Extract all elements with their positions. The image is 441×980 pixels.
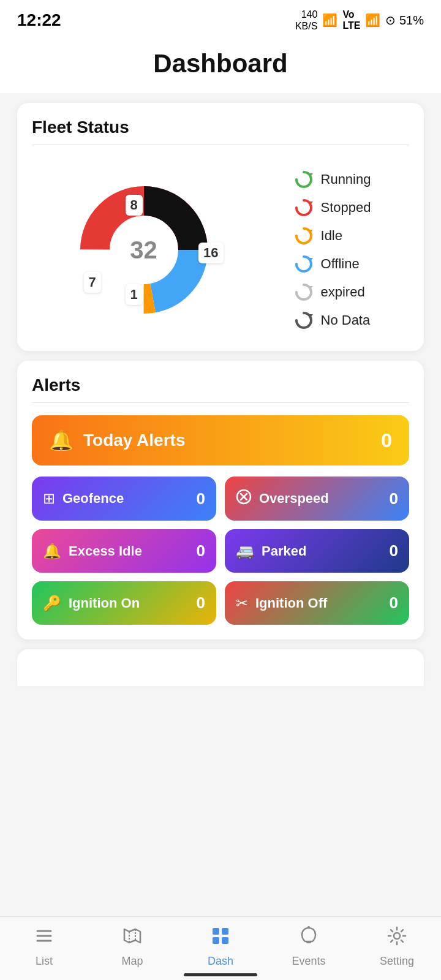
parked-label: Parked: [262, 543, 306, 559]
alert-grid: ⊞ Geofence 0 Overspeed 0: [32, 477, 409, 625]
svg-rect-18: [222, 928, 228, 935]
today-alert-label: Today Alerts: [83, 431, 185, 450]
nav-map[interactable]: Map: [108, 925, 157, 968]
main-content: Fleet Status: [0, 103, 441, 766]
parked-button[interactable]: 🚐 Parked 0: [225, 529, 409, 573]
legend-offline: Offline: [294, 254, 371, 274]
nav-list[interactable]: List: [20, 925, 69, 968]
expired-icon: [294, 282, 314, 302]
nav-setting[interactable]: Setting: [372, 925, 421, 968]
offline-icon: [294, 254, 314, 274]
legend-stopped-label: Stopped: [321, 200, 371, 216]
ignition-off-label: Ignition Off: [255, 595, 327, 611]
donut-chart: 32 8 16 7 1: [70, 176, 217, 323]
donut-total: 32: [110, 216, 178, 284]
map-icon: [122, 925, 143, 951]
today-alert-left: 🔔 Today Alerts: [49, 429, 185, 452]
home-indicator: [184, 973, 257, 976]
fleet-content: 32 8 16 7 1 Running: [32, 157, 409, 336]
stopped-icon: [294, 198, 314, 217]
legend-expired: expired: [294, 282, 371, 302]
nav-setting-label: Setting: [380, 955, 414, 968]
ignition-on-button[interactable]: 🔑 Ignition On 0: [32, 581, 216, 625]
wifi-icon: 📶: [322, 13, 337, 28]
excess-idle-left: 🔔 Excess Idle: [43, 543, 142, 560]
nav-events[interactable]: Events: [284, 925, 333, 968]
svg-rect-19: [213, 937, 219, 944]
excess-idle-button[interactable]: 🔔 Excess Idle 0: [32, 529, 216, 573]
overspeed-label: Overspeed: [259, 491, 329, 507]
ignition-off-left: ✂ Ignition Off: [236, 595, 327, 612]
idle-icon: [294, 226, 314, 246]
nav-list-label: List: [36, 955, 53, 968]
legend-nodata: No Data: [294, 311, 371, 330]
legend-offline-label: Offline: [321, 256, 360, 272]
legend-expired-label: expired: [321, 284, 365, 300]
seg-label-8: 8: [126, 195, 143, 216]
svg-rect-21: [306, 941, 311, 943]
nav-dash-label: Dash: [208, 955, 233, 968]
geofence-count: 0: [197, 489, 205, 508]
parked-count: 0: [390, 541, 398, 560]
ignition-off-count: 0: [390, 594, 398, 612]
ignition-off-button[interactable]: ✂ Ignition Off 0: [225, 581, 409, 625]
bottom-nav: List Map Dash: [0, 916, 441, 980]
fleet-legend: Running Stopped: [294, 170, 371, 330]
legend-running: Running: [294, 170, 371, 189]
parked-icon: 🚐: [236, 543, 254, 560]
ignition-off-icon: ✂: [236, 595, 248, 612]
overspeed-button[interactable]: Overspeed 0: [225, 477, 409, 521]
ignition-on-icon: 🔑: [43, 595, 61, 612]
svg-point-22: [307, 926, 310, 929]
legend-idle-label: Idle: [321, 228, 342, 244]
overspeed-count: 0: [390, 489, 398, 508]
nav-map-label: Map: [121, 955, 143, 968]
svg-rect-20: [222, 937, 228, 944]
setting-icon: [386, 925, 407, 951]
geofence-button[interactable]: ⊞ Geofence 0: [32, 477, 216, 521]
geofence-label: Geofence: [62, 491, 124, 507]
status-icons: 140KB/S 📶 VoLTE 📶 ⊙ 51%: [295, 9, 424, 32]
excess-idle-icon: 🔔: [43, 543, 61, 560]
page-title: Dashboard: [0, 49, 441, 78]
nav-dash[interactable]: Dash: [196, 925, 245, 968]
running-icon: [294, 170, 314, 189]
list-icon: [34, 925, 55, 951]
geofence-left: ⊞ Geofence: [43, 490, 124, 507]
seg-label-16: 16: [198, 243, 223, 263]
ignition-on-count: 0: [197, 594, 205, 612]
svg-rect-17: [213, 928, 219, 935]
overspeed-left: Overspeed: [236, 489, 329, 508]
alerts-title: Alerts: [32, 375, 409, 395]
today-alert-count: 0: [381, 429, 392, 452]
events-icon: [298, 925, 319, 951]
nav-events-label: Events: [292, 955, 325, 968]
today-alerts-button[interactable]: 🔔 Today Alerts 0: [32, 415, 409, 466]
ignition-on-label: Ignition On: [69, 595, 140, 611]
today-alert-icon: 🔔: [49, 429, 74, 452]
nodata-icon: [294, 311, 314, 330]
partial-card: [17, 649, 424, 686]
ignition-on-left: 🔑 Ignition On: [43, 595, 140, 612]
excess-idle-label: Excess Idle: [69, 543, 142, 559]
battery-icon: ⊙ 51%: [385, 13, 424, 28]
header: Dashboard: [0, 37, 441, 93]
lte-icon: VoLTE: [342, 9, 360, 31]
legend-idle: Idle: [294, 226, 371, 246]
status-time: 12:22: [17, 10, 61, 30]
fleet-status-title: Fleet Status: [32, 118, 409, 137]
legend-stopped: Stopped: [294, 198, 371, 217]
signal-icon: 📶: [365, 13, 380, 28]
excess-idle-count: 0: [197, 541, 205, 560]
overspeed-icon: [236, 489, 252, 508]
seg-label-1: 1: [126, 284, 143, 305]
parked-left: 🚐 Parked: [236, 543, 306, 560]
svg-point-23: [394, 933, 400, 939]
geofence-icon: ⊞: [43, 490, 55, 507]
legend-nodata-label: No Data: [321, 312, 371, 328]
alerts-card: Alerts 🔔 Today Alerts 0 ⊞ Geofence 0: [17, 361, 424, 639]
legend-running-label: Running: [321, 172, 371, 187]
dash-icon: [210, 925, 231, 951]
seg-label-7: 7: [84, 272, 101, 293]
fleet-status-card: Fleet Status: [17, 103, 424, 351]
